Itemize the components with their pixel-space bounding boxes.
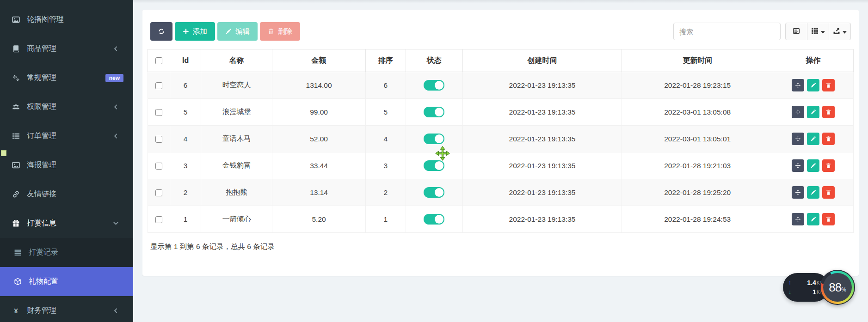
row-move-button[interactable] — [792, 159, 804, 172]
search-input[interactable] — [673, 23, 781, 40]
column-header-排序[interactable]: 排序 — [365, 49, 406, 72]
network-monitor-widget[interactable]: ↑ 1.4 K/s ↓ 1 K/s 88 % — [776, 270, 855, 305]
row-edit-button[interactable] — [807, 186, 819, 199]
row-move-button[interactable] — [792, 213, 804, 225]
row-move-button[interactable] — [792, 106, 804, 118]
columns-button[interactable] — [807, 23, 829, 40]
download-speed: ↓ 1 K/s — [788, 288, 824, 296]
row-delete-button[interactable] — [822, 186, 835, 199]
row-checkbox[interactable] — [155, 82, 162, 89]
row-checkbox[interactable] — [155, 216, 162, 223]
edit-button[interactable]: 编辑 — [217, 22, 258, 41]
cell-created-time: 2022-01-23 19:13:35 — [462, 179, 622, 206]
chevron-left-icon — [112, 46, 119, 52]
row-delete-button[interactable] — [822, 79, 835, 91]
column-header-状态[interactable]: 状态 — [406, 49, 462, 72]
sidebar-item-10[interactable]: 礼物配置 — [0, 267, 133, 296]
cell-updated-time: 2022-03-01 13:05:01 — [622, 126, 773, 152]
column-header-名称[interactable]: 名称 — [201, 49, 272, 72]
sidebar-item-7[interactable]: 友情链接 — [0, 180, 133, 209]
row-edit-button[interactable] — [807, 106, 819, 118]
download-value: 1 — [813, 288, 816, 296]
cell-sort: 6 — [365, 72, 406, 99]
row-checkbox[interactable] — [155, 163, 162, 170]
gears-icon — [11, 74, 21, 82]
cell-id: 5 — [170, 99, 201, 126]
status-toggle[interactable] — [424, 80, 444, 91]
sidebar-item-11[interactable]: ¥财务管理 — [0, 296, 133, 322]
sidebar-item-label: 财务管理 — [27, 306, 56, 316]
row-move-button[interactable] — [792, 79, 804, 91]
button-label: 添加 — [193, 27, 207, 36]
status-toggle[interactable] — [424, 134, 444, 144]
upload-value: 1.4 — [807, 279, 816, 286]
gauge-percent: 88 — [829, 280, 841, 295]
content-panel: 添加编辑删除 Id名称金额排序状态创建时间更新时间操作 6时空恋人1314.00… — [142, 10, 859, 276]
row-delete-button[interactable] — [822, 213, 835, 225]
add-button[interactable]: 添加 — [175, 22, 215, 41]
delete-button[interactable]: 删除 — [260, 22, 300, 41]
row-delete-button[interactable] — [822, 133, 835, 145]
toggle-knob — [435, 81, 443, 90]
row-checkbox-cell — [148, 72, 170, 99]
refresh-button[interactable] — [150, 22, 172, 41]
sidebar-item-2[interactable]: 商品管理 — [0, 34, 133, 63]
sidebar-item-9[interactable]: 打赏记录 — [0, 238, 133, 267]
sidebar-item-1[interactable]: 轮播图管理 — [0, 5, 133, 34]
sidebar-item-8[interactable]: 打赏信息 — [0, 209, 133, 238]
cell-sort: 3 — [365, 152, 406, 179]
cell-sort: 4 — [365, 126, 406, 152]
status-toggle[interactable] — [424, 214, 444, 225]
cell-sort: 5 — [365, 99, 406, 126]
row-checkbox[interactable] — [155, 136, 162, 143]
column-header-更新时间[interactable]: 更新时间 — [622, 49, 773, 72]
export-button[interactable] — [829, 23, 851, 40]
row-checkbox[interactable] — [155, 189, 162, 196]
column-header-Id[interactable]: Id — [170, 49, 201, 72]
sidebar-item-label: 常规管理 — [27, 73, 56, 83]
row-checkbox[interactable] — [155, 109, 162, 116]
cell-created-time: 2022-01-23 19:13:35 — [462, 126, 622, 152]
toolbar: 添加编辑删除 — [148, 22, 854, 41]
sidebar-menu: 轮播图管理商品管理常规管理new权限管理订单管理海报管理友情链接打赏信息打赏记录… — [0, 0, 133, 322]
cell-id: 6 — [170, 72, 201, 99]
row-delete-button[interactable] — [822, 159, 835, 172]
users-icon — [11, 103, 21, 111]
trash-icon — [268, 28, 274, 35]
pencil-icon — [225, 28, 232, 35]
cell-actions — [773, 99, 853, 126]
sidebar-item-4[interactable]: 权限管理 — [0, 92, 133, 122]
status-toggle[interactable] — [424, 107, 444, 117]
chevron-left-icon — [112, 104, 119, 110]
row-edit-button[interactable] — [807, 79, 819, 91]
row-edit-button[interactable] — [807, 159, 819, 172]
sidebar-item-6[interactable]: 海报管理 — [0, 151, 133, 180]
sidebar-item-3[interactable]: 常规管理new — [0, 63, 133, 92]
cell-sort: 2 — [365, 179, 406, 206]
row-move-button[interactable] — [792, 186, 804, 199]
cell-amount: 5.20 — [272, 206, 365, 233]
row-move-button[interactable] — [792, 133, 804, 145]
column-header-操作[interactable]: 操作 — [773, 49, 853, 72]
cell-id: 4 — [170, 126, 201, 152]
row-edit-button[interactable] — [807, 213, 819, 225]
column-header-金额[interactable]: 金额 — [272, 49, 365, 72]
table-row: 1一箭倾心5.2012022-01-23 19:13:352022-01-28 … — [148, 206, 854, 233]
side-indicator — [1, 150, 6, 156]
button-label: 删除 — [278, 27, 292, 36]
column-header-创建时间[interactable]: 创建时间 — [462, 49, 622, 72]
chevron-down-icon — [112, 220, 119, 227]
status-toggle[interactable] — [424, 187, 444, 198]
select-all-header-cell — [148, 49, 170, 72]
status-toggle[interactable] — [424, 160, 444, 171]
select-all-checkbox[interactable] — [155, 57, 162, 64]
row-delete-button[interactable] — [822, 106, 835, 118]
cell-amount: 13.14 — [272, 179, 365, 206]
toggle-knob — [435, 108, 443, 116]
sidebar-item-5[interactable]: 订单管理 — [0, 122, 133, 151]
row-edit-button[interactable] — [807, 133, 819, 145]
table-tools-group — [785, 23, 851, 40]
table-row: 4童话木马52.0042022-01-23 19:13:352022-03-01… — [148, 126, 854, 152]
toggle-view-button[interactable] — [785, 23, 807, 40]
table-row: 3金钱豹富33.4432022-01-23 19:13:352022-01-28… — [148, 152, 854, 179]
